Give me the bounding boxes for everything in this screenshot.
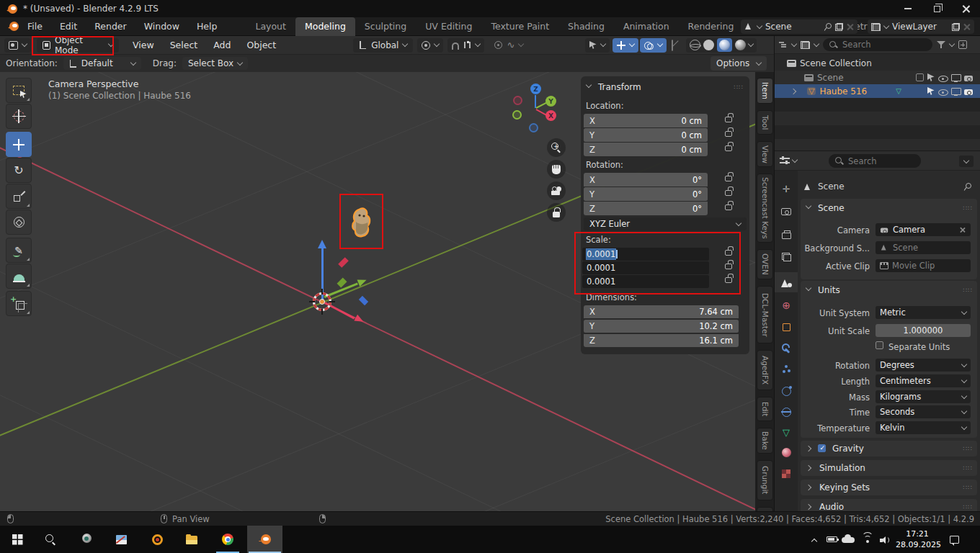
menu-edit[interactable]: Edit: [51, 21, 86, 32]
select-box-tool[interactable]: [6, 78, 32, 103]
sidebar-tab-edit[interactable]: Edit: [757, 397, 773, 421]
outliner-row-haube-516[interactable]: ▽ Haube 516 ▽: [775, 84, 980, 98]
drag-dropdown[interactable]: Select Box: [182, 57, 248, 70]
object-mode-dropdown[interactable]: Object Mode: [37, 38, 119, 53]
move-tool[interactable]: [6, 132, 32, 157]
pin-icon[interactable]: [824, 22, 832, 31]
wireframe-shading-button[interactable]: [690, 40, 700, 50]
render-camera-icon[interactable]: [964, 73, 974, 82]
panel-grip-icon[interactable]: [963, 284, 973, 295]
gravity-checkbox[interactable]: [818, 444, 826, 452]
pin-icon[interactable]: [963, 182, 971, 191]
workspace-tab-shading[interactable]: Shading: [558, 17, 614, 36]
rotate-tool[interactable]: ↻: [6, 158, 32, 183]
blender-menu-icon[interactable]: [7, 22, 19, 31]
lock-icon[interactable]: [725, 250, 732, 256]
tab-physics[interactable]: [775, 381, 798, 401]
overlays-toggle[interactable]: [640, 38, 667, 53]
simulation-panel[interactable]: Simulation: [801, 460, 977, 476]
workspace-tab-modeling[interactable]: Modeling: [295, 17, 355, 36]
tab-view-layer[interactable]: [775, 247, 798, 267]
unit-system-dropdown[interactable]: Metric: [876, 306, 971, 319]
camera-field[interactable]: Camera: [876, 223, 971, 236]
tab-texture[interactable]: [775, 464, 798, 484]
new-collection-icon[interactable]: [958, 40, 967, 49]
battery-icon[interactable]: [827, 536, 837, 542]
lock-icon[interactable]: [725, 204, 732, 210]
measure-tool[interactable]: [6, 264, 32, 289]
viewport-canvas[interactable]: Camera Perspective (1) Scene Collection …: [0, 72, 755, 511]
unit-scale-field[interactable]: 1.000000: [876, 324, 971, 337]
blender-button[interactable]: [249, 526, 280, 553]
rotation-z-field[interactable]: Z0°: [584, 202, 708, 215]
tab-material[interactable]: [775, 442, 798, 462]
menu-window[interactable]: Window: [135, 21, 188, 32]
background-scene-field[interactable]: Scene: [876, 241, 971, 254]
properties-search-input[interactable]: Search: [829, 154, 921, 168]
viewport-menu-object[interactable]: Object: [239, 40, 284, 50]
outliner-row-scene[interactable]: Scene: [775, 71, 980, 84]
lock-icon[interactable]: [725, 131, 732, 137]
sidebar-tab-tool[interactable]: Tool: [757, 110, 773, 135]
temperature-unit-dropdown[interactable]: Kelvin: [876, 421, 971, 434]
taskbar-search-button[interactable]: [35, 526, 66, 553]
screen-icon[interactable]: [951, 87, 961, 96]
pan-button[interactable]: [547, 160, 566, 179]
orientation-dropdown[interactable]: Default: [63, 57, 141, 70]
menu-help[interactable]: Help: [188, 21, 226, 32]
solid-shading-button[interactable]: [703, 40, 714, 50]
eye-icon[interactable]: [938, 87, 948, 96]
expand-icon[interactable]: [790, 88, 796, 94]
tab-render[interactable]: [775, 202, 798, 222]
explorer-button[interactable]: [176, 526, 208, 553]
display-mode-icon[interactable]: [779, 41, 788, 48]
start-button[interactable]: [1, 526, 33, 553]
workspace-tab-uv-editing[interactable]: UV Editing: [416, 17, 481, 36]
panel-grip-icon[interactable]: [734, 81, 744, 91]
mass-unit-dropdown[interactable]: Kilograms: [876, 390, 971, 403]
axis-z-ball[interactable]: Z: [530, 84, 541, 94]
scale-tool[interactable]: [6, 184, 32, 209]
lock-icon[interactable]: [725, 117, 732, 122]
lock-view-button[interactable]: [547, 203, 566, 222]
pointer-icon[interactable]: [927, 87, 935, 95]
show-gizmo-dropdown[interactable]: [585, 38, 610, 53]
scene-selector[interactable]: Scene: [741, 19, 858, 34]
new-viewlayer-icon[interactable]: [952, 23, 960, 31]
clear-camera-icon[interactable]: [960, 227, 966, 233]
viewport-menu-view[interactable]: View: [125, 40, 162, 50]
workspace-tab-layout[interactable]: Layout: [246, 17, 295, 36]
remove-viewlayer-icon[interactable]: [963, 23, 971, 30]
dimensions-z-field[interactable]: Z16.1 cm: [584, 334, 739, 347]
viewport-menu-select[interactable]: Select: [162, 40, 206, 50]
workspace-tab-sculpting[interactable]: Sculpting: [355, 17, 416, 36]
sidebar-tab-agedfx[interactable]: AgedFX: [757, 350, 773, 390]
pointer-icon[interactable]: [927, 73, 935, 81]
wifi-icon[interactable]: [862, 535, 873, 544]
sidebar-tab-bake[interactable]: Bake: [757, 428, 773, 454]
sidebar-tab-oven[interactable]: OVEN: [757, 249, 773, 279]
tab-object-data[interactable]: ▽: [775, 422, 798, 442]
workspace-tab-rendering[interactable]: Rendering: [679, 17, 744, 36]
lock-icon[interactable]: [725, 176, 732, 181]
scale-z-field[interactable]: 0.0001: [582, 275, 709, 288]
image-app-button[interactable]: [105, 526, 137, 553]
options-dropdown[interactable]: Options: [710, 56, 767, 71]
editor-type-button[interactable]: [780, 156, 797, 165]
screen-icon[interactable]: [951, 73, 961, 82]
axis-y-ball[interactable]: Y: [545, 96, 556, 107]
funnel-filter-icon[interactable]: [937, 40, 945, 49]
panel-grip-icon[interactable]: [963, 482, 973, 492]
tab-modifiers[interactable]: [775, 338, 798, 358]
cursor-tool[interactable]: [6, 104, 32, 129]
sidebar-tab-view[interactable]: View: [757, 141, 773, 167]
axis-x-neg-ball[interactable]: [513, 96, 522, 105]
maximize-button[interactable]: [922, 0, 951, 17]
minimize-button[interactable]: [894, 0, 922, 17]
menu-file[interactable]: File: [19, 21, 51, 32]
webcam-app-button[interactable]: [71, 526, 102, 553]
viewlayer-selector[interactable]: ViewLayer: [868, 19, 974, 34]
gizmos-toggle[interactable]: [612, 38, 638, 53]
checkbox-icon[interactable]: [916, 73, 924, 81]
panel-collapse-icon[interactable]: [806, 285, 811, 291]
